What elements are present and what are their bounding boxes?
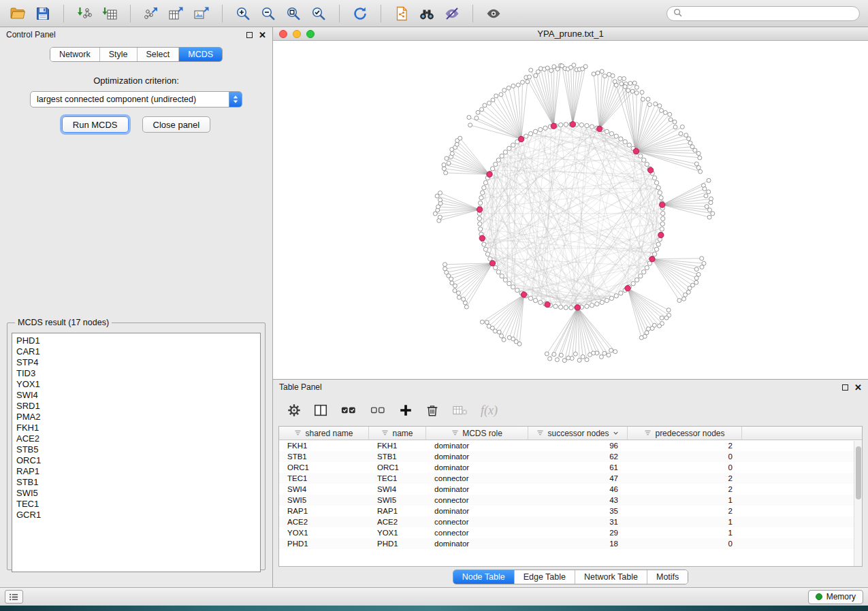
table-row[interactable]: RAP1RAP1dominator352	[279, 506, 862, 516]
delete-table-icon-disabled	[451, 400, 469, 420]
status-bar: Memory	[0, 587, 868, 606]
table-row[interactable]: ORC1ORC1dominator610	[279, 462, 862, 473]
table-panel-titlebar: Table Panel ✕	[273, 380, 868, 395]
sort-icon	[381, 429, 389, 437]
zoom-in-icon[interactable]	[232, 3, 254, 24]
memory-button[interactable]: Memory	[808, 590, 863, 604]
result-node-item[interactable]: ORC1	[16, 455, 256, 466]
column-header-successor-nodes[interactable]: successor nodes	[528, 427, 628, 440]
close-panel-icon[interactable]: ✕	[854, 383, 862, 392]
find-binoculars-icon[interactable]	[416, 3, 438, 24]
hide-details-icon[interactable]	[441, 3, 463, 24]
result-node-item[interactable]: SRD1	[16, 401, 256, 412]
add-column-icon[interactable]	[398, 400, 413, 420]
zoom-window-button[interactable]	[306, 30, 315, 38]
float-panel-icon[interactable]	[842, 384, 848, 391]
toolbar-separator	[381, 5, 381, 22]
tab-select[interactable]: Select	[138, 48, 180, 61]
apply-layout-icon[interactable]	[349, 3, 371, 24]
tab-node-table[interactable]: Node Table	[453, 570, 515, 584]
export-table-icon[interactable]	[165, 3, 187, 24]
table-settings-gear-icon[interactable]	[287, 400, 302, 420]
result-node-item[interactable]: TID3	[16, 368, 256, 379]
close-panel-button[interactable]: Close panel	[142, 116, 211, 133]
result-node-item[interactable]: SWI5	[16, 488, 256, 499]
criterion-dropdown[interactable]: largest connected component (undirected)	[30, 91, 242, 108]
table-cell: 35	[528, 507, 628, 515]
zoom-fit-icon[interactable]	[283, 3, 304, 24]
deselect-all-icon[interactable]	[369, 400, 387, 420]
table-row[interactable]: SWI4SWI4dominator462	[279, 484, 862, 495]
select-all-icon[interactable]	[340, 400, 357, 420]
float-panel-icon[interactable]	[246, 32, 253, 38]
table-cell: 2	[628, 485, 742, 493]
network-canvas[interactable]	[273, 41, 868, 379]
tab-network[interactable]: Network	[50, 48, 100, 61]
export-document-icon[interactable]	[391, 3, 413, 24]
show-columns-icon[interactable]	[313, 400, 328, 420]
table-cell: SWI5	[369, 496, 426, 504]
table-scrollbar[interactable]	[854, 441, 862, 566]
table-cell: 0	[628, 540, 742, 548]
table-cell: dominator	[426, 442, 528, 450]
import-network-icon[interactable]	[74, 3, 95, 24]
sort-icon	[294, 429, 302, 437]
export-network-icon[interactable]	[140, 3, 162, 24]
minimize-window-button[interactable]	[293, 30, 301, 38]
tab-motifs[interactable]: Motifs	[647, 570, 688, 584]
search-input[interactable]	[686, 9, 853, 18]
result-node-item[interactable]: CAR1	[16, 346, 256, 357]
table-row[interactable]: TEC1TEC1connector472	[279, 473, 862, 484]
table-row[interactable]: STB1STB1dominator620	[279, 451, 862, 462]
result-node-item[interactable]: SWI4	[16, 390, 256, 401]
zoom-out-icon[interactable]	[257, 3, 279, 24]
result-node-item[interactable]: GCR1	[16, 510, 256, 521]
result-node-item[interactable]: ACE2	[16, 433, 256, 444]
export-image-icon[interactable]	[191, 3, 212, 24]
column-header-shared-name[interactable]: shared name	[279, 427, 369, 440]
table-cell: 0	[628, 463, 742, 472]
main-toolbar	[0, 0, 868, 27]
network-graph	[273, 41, 868, 379]
run-mcds-button[interactable]: Run MCDS	[62, 116, 129, 133]
column-header-predecessor-nodes[interactable]: predecessor nodes	[628, 427, 742, 440]
table-scrollbar-thumb[interactable]	[856, 446, 861, 499]
tab-style[interactable]: Style	[100, 48, 138, 61]
table-row[interactable]: PHD1PHD1dominator180	[279, 538, 862, 549]
tab-network-table[interactable]: Network Table	[575, 570, 647, 584]
table-cell: dominator	[426, 540, 528, 548]
result-node-item[interactable]: PMA2	[16, 412, 256, 423]
mcds-result-title: MCDS result (17 nodes)	[15, 318, 112, 327]
save-session-icon[interactable]	[32, 3, 54, 24]
result-node-item[interactable]: STB5	[16, 444, 256, 455]
close-panel-icon[interactable]: ✕	[259, 31, 266, 39]
sort-icon	[451, 429, 459, 437]
close-window-button[interactable]	[279, 30, 287, 38]
open-session-icon[interactable]	[7, 3, 29, 24]
table-row[interactable]: SWI5SWI5connector431	[279, 495, 862, 506]
eye-icon[interactable]	[483, 3, 504, 24]
table-cell: connector	[426, 474, 528, 482]
result-node-item[interactable]: STP4	[16, 357, 256, 368]
table-row[interactable]: FKH1FKH1dominator962	[279, 440, 862, 451]
delete-column-icon[interactable]	[425, 400, 440, 420]
result-node-item[interactable]: FKH1	[16, 423, 256, 433]
tab-mcds[interactable]: MCDS	[179, 48, 222, 61]
result-node-item[interactable]: STB1	[16, 477, 256, 488]
zoom-selected-icon[interactable]	[308, 3, 329, 24]
app-window: Control Panel ✕ NetworkStyleSelectMCDS O…	[0, 0, 868, 611]
result-node-item[interactable]: PHD1	[16, 335, 256, 346]
result-node-item[interactable]: TEC1	[16, 499, 256, 510]
table-row[interactable]: ACE2ACE2connector311	[279, 516, 862, 527]
task-history-button[interactable]	[5, 590, 23, 604]
table-row[interactable]: YOX1YOX1connector291	[279, 527, 862, 538]
column-header-MCDS-role[interactable]: MCDS role	[426, 427, 528, 440]
result-node-item[interactable]: YOX1	[16, 379, 256, 390]
column-header-name[interactable]: name	[369, 427, 426, 440]
tab-edge-table[interactable]: Edge Table	[515, 570, 575, 584]
table-cell: SWI4	[369, 485, 426, 493]
import-table-icon[interactable]	[99, 3, 120, 24]
result-node-item[interactable]: RAP1	[16, 466, 256, 477]
search-box[interactable]	[666, 6, 860, 21]
table-cell: dominator	[426, 507, 528, 515]
